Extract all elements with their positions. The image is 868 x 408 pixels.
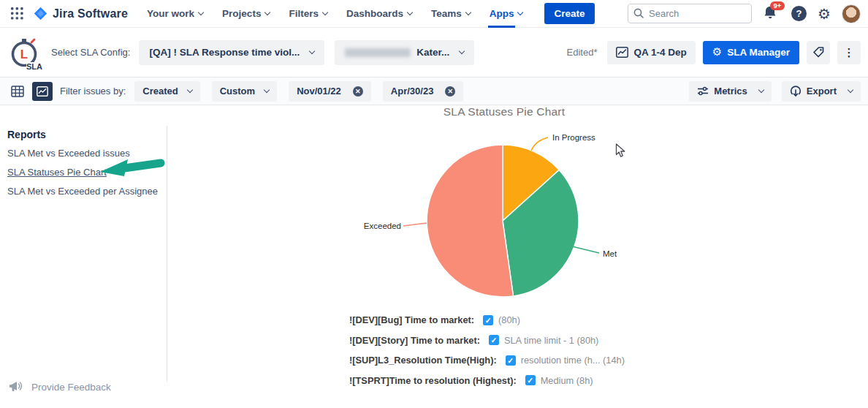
export-label: Export bbox=[807, 86, 837, 97]
leader-line-in-progress bbox=[531, 137, 548, 151]
pie-label-exceeded: Exceeded bbox=[364, 222, 401, 230]
qa-dashboard-button[interactable]: QA 1-4 Dep bbox=[607, 41, 695, 64]
chart-title: SLA Statuses Pie Chart bbox=[343, 105, 665, 118]
line-chart-icon bbox=[616, 47, 628, 58]
created-dropdown[interactable]: Created bbox=[134, 81, 199, 102]
date-from-chip[interactable]: Nov/01/22 ✕ bbox=[289, 81, 371, 102]
pie-slice-exceeded[interactable] bbox=[427, 145, 513, 297]
select-sla-config-label: Select SLA Config: bbox=[51, 47, 130, 58]
more-options-button[interactable]: ⋮ bbox=[837, 41, 861, 64]
filter-bar: Filter issues by: Created Custom Nov/01/… bbox=[0, 78, 868, 105]
sla-manager-label: SLA Manager bbox=[727, 47, 790, 58]
clear-date-icon[interactable]: ✕ bbox=[353, 86, 363, 97]
redacted-text bbox=[345, 48, 411, 57]
sidebar-divider bbox=[167, 126, 167, 382]
sla-statuses-pie-chart[interactable]: In Progress Met Exceeded bbox=[343, 119, 658, 303]
checkbox-checked[interactable]: ✓ bbox=[483, 315, 493, 325]
chevron-down-icon bbox=[517, 9, 523, 15]
sla-user-dropdown[interactable]: Kater... bbox=[335, 40, 474, 65]
sidebar-item-sla-met-vs-exceeded-per-assignee[interactable]: SLA Met vs Exceeded per Assignee bbox=[7, 186, 158, 197]
sliders-icon bbox=[697, 86, 709, 96]
date-to-value: Apr/30/23 bbox=[391, 86, 434, 97]
create-button[interactable]: Create bbox=[544, 3, 594, 24]
nav-dashboards[interactable]: Dashboards bbox=[346, 0, 412, 28]
clear-date-icon[interactable]: ✕ bbox=[445, 86, 455, 97]
megaphone-icon bbox=[9, 380, 25, 393]
user-avatar[interactable] bbox=[842, 4, 861, 23]
chevron-down-icon bbox=[322, 9, 328, 15]
nav-your-work[interactable]: Your work bbox=[147, 0, 203, 28]
svg-text:SLA: SLA bbox=[26, 62, 42, 71]
pie-label-in-progress: In Progress bbox=[552, 133, 595, 142]
sla-manager-button[interactable]: ⚙ SLA Manager bbox=[703, 41, 799, 64]
table-view-button[interactable] bbox=[7, 82, 28, 101]
content-area: Reports SLA Met vs Exceeded issues SLA S… bbox=[0, 105, 868, 408]
export-button[interactable]: Export bbox=[782, 81, 861, 102]
chevron-down-icon bbox=[186, 86, 192, 92]
sla-row-option: Medium (8h) bbox=[541, 375, 593, 386]
export-download-icon bbox=[790, 86, 802, 97]
sla-row-option: (80h) bbox=[498, 314, 520, 325]
sla-config-dropdown[interactable]: [QA] ! SLA Response time viol... bbox=[139, 40, 324, 65]
chevron-down-icon bbox=[264, 86, 270, 92]
chart-view-button[interactable] bbox=[32, 82, 53, 101]
help-button[interactable]: ? bbox=[791, 6, 807, 21]
nav-projects[interactable]: Projects bbox=[222, 0, 270, 28]
nav-filters[interactable]: Filters bbox=[289, 0, 327, 28]
table-grid-icon bbox=[11, 86, 24, 97]
provide-feedback-button[interactable]: Provide Feedback bbox=[9, 380, 111, 393]
sla-row-label: ![TSPRT]Time to resolution (Highest): bbox=[349, 375, 517, 386]
chevron-down-icon bbox=[758, 86, 764, 92]
sla-row-dev-story: ![DEV][Story] Time to market: ✓ SLA time… bbox=[349, 335, 625, 346]
search-box bbox=[628, 4, 752, 23]
chevron-down-icon bbox=[198, 9, 204, 15]
edited-status: Edited* bbox=[567, 47, 598, 58]
chart-view-icon bbox=[37, 86, 48, 97]
kebab-menu-icon: ⋮ bbox=[844, 47, 855, 58]
sla-config-dropdown-value: [QA] ! SLA Response time viol... bbox=[149, 47, 300, 58]
sla-row-sup-l3: ![SUP]L3_Resolution Time(High): ✓ resolu… bbox=[349, 355, 625, 366]
custom-dropdown-value: Custom bbox=[220, 86, 255, 97]
jira-diamond-icon bbox=[34, 7, 47, 20]
sla-row-tsprt: ![TSPRT]Time to resolution (Highest): ✓ … bbox=[349, 375, 625, 386]
metrics-button[interactable]: Metrics bbox=[689, 81, 772, 102]
svg-text:L: L bbox=[20, 48, 28, 61]
sla-user-dropdown-value: Kater... bbox=[416, 47, 449, 58]
created-dropdown-value: Created bbox=[142, 86, 178, 97]
jira-sla-page: Jira Software Your work Projects Filters… bbox=[0, 0, 868, 408]
leader-line-met bbox=[572, 246, 599, 253]
notification-badge: 9+ bbox=[770, 1, 785, 11]
sidebar-item-sla-statuses-pie-chart[interactable]: SLA Statuses Pie Chart bbox=[7, 167, 107, 178]
search-input[interactable] bbox=[628, 4, 752, 23]
chevron-down-icon bbox=[465, 9, 471, 15]
grid-dots-icon bbox=[11, 7, 23, 20]
chevron-down-icon bbox=[848, 86, 853, 92]
nav-apps[interactable]: Apps bbox=[490, 0, 523, 28]
notifications-button[interactable]: 9+ bbox=[763, 4, 780, 23]
sla-row-dev-bug: ![DEV][Bug] Time to market: ✓ (80h) bbox=[349, 314, 625, 325]
provide-feedback-label: Provide Feedback bbox=[31, 382, 111, 393]
app-switcher-icon[interactable] bbox=[7, 4, 26, 23]
sla-app-logo: L SLA bbox=[7, 33, 44, 72]
settings-gear-icon[interactable]: ⚙ bbox=[818, 7, 831, 21]
jira-logo[interactable]: Jira Software bbox=[34, 7, 128, 20]
sla-config-rows: ![DEV][Bug] Time to market: ✓ (80h) ![DE… bbox=[349, 314, 625, 386]
custom-dropdown[interactable]: Custom bbox=[212, 81, 277, 102]
tag-button[interactable] bbox=[807, 41, 830, 64]
sla-row-label: ![SUP]L3_Resolution Time(High): bbox=[349, 355, 497, 366]
sla-row-option: SLA time limit - 1 (80h) bbox=[504, 335, 598, 346]
date-to-chip[interactable]: Apr/30/23 ✕ bbox=[383, 81, 464, 102]
sla-row-label: ![DEV][Bug] Time to market: bbox=[349, 314, 474, 325]
checkbox-checked[interactable]: ✓ bbox=[506, 355, 516, 366]
nav-teams[interactable]: Teams bbox=[431, 0, 471, 28]
qa-dashboard-label: QA 1-4 Dep bbox=[633, 47, 686, 58]
primary-nav: Your work Projects Filters Dashboards Te… bbox=[147, 0, 522, 28]
chevron-down-icon bbox=[407, 9, 413, 15]
checkbox-checked[interactable]: ✓ bbox=[525, 375, 536, 385]
mouse-cursor bbox=[615, 143, 626, 159]
pie-label-met: Met bbox=[603, 249, 617, 258]
app-title: Jira Software bbox=[53, 7, 128, 20]
chevron-down-icon bbox=[459, 48, 465, 53]
checkbox-checked[interactable]: ✓ bbox=[489, 335, 499, 345]
chevron-down-icon bbox=[264, 9, 270, 15]
